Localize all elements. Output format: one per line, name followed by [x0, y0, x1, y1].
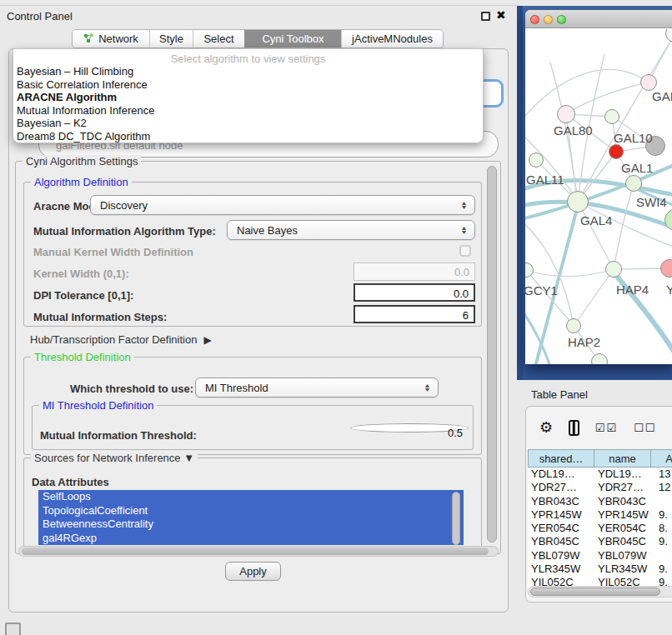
gear-icon[interactable]: ⚙ — [539, 418, 553, 437]
float-panel-icon[interactable] — [481, 12, 490, 21]
table-cell: 9. — [651, 562, 672, 576]
settings-vertical-scrollbar[interactable] — [487, 166, 497, 542]
settings-horizontal-scrollbar[interactable] — [18, 546, 499, 557]
table-cell: 12 — [651, 481, 672, 494]
dpi-tolerance-label: DPI Tolerance [0,1]: — [33, 289, 133, 302]
popup-item[interactable]: ARACNE Algorithm — [13, 91, 483, 104]
attribute-item[interactable]: SelfLoops — [38, 490, 464, 504]
zoom-traffic-light-icon[interactable] — [557, 15, 566, 24]
scrollbar-thumb[interactable] — [22, 548, 489, 555]
floating-panel-grip[interactable] — [5, 622, 21, 635]
manual-kernel-checkbox[interactable] — [459, 245, 471, 257]
apply-button[interactable]: Apply — [225, 562, 281, 581]
mi-steps-field[interactable]: 6 — [354, 305, 475, 323]
popup-item[interactable]: Bayesian – K2 — [13, 117, 483, 130]
network-node[interactable] — [604, 109, 619, 124]
which-threshold-combo[interactable]: MI Threshold ▲▼ — [195, 378, 439, 398]
minimize-traffic-light-icon[interactable] — [544, 15, 553, 24]
stepper-icon: ▲▼ — [461, 201, 467, 209]
network-node[interactable] — [529, 152, 544, 168]
network-node-label: GAL4 — [580, 213, 612, 228]
table-row[interactable]: YBL079WYBL079W — [528, 549, 672, 562]
table-row[interactable]: YBR045CYBR045C9. — [528, 535, 672, 548]
attribute-list-scrollbar[interactable] — [452, 492, 460, 545]
popup-item[interactable]: Mutual Information Inference — [13, 104, 483, 118]
data-attributes-list: SelfLoopsTopologicalCoefficientBetweenne… — [38, 490, 464, 547]
popup-item[interactable]: Basic Correlation Inference — [13, 78, 483, 92]
column-header-shared-name[interactable]: shared… — [528, 449, 594, 468]
network-node[interactable] — [640, 74, 657, 91]
close-traffic-light-icon[interactable] — [530, 15, 539, 24]
table-cell: YPR145W — [528, 508, 594, 522]
attribute-item[interactable]: gal4RGexp — [38, 532, 464, 546]
table-header-row: shared… name A — [528, 449, 672, 468]
mi-threshold-field[interactable]: 0.5 — [350, 423, 469, 432]
mi-type-label: Mutual Information Algorithm Type: — [33, 225, 216, 238]
threshold-definition-title: Threshold Definition — [31, 351, 134, 363]
network-node[interactable] — [605, 261, 622, 278]
deselect-all-checkboxes-icon[interactable]: ☐☐ — [634, 422, 656, 434]
table-row[interactable]: YDL19…YDL19…13 — [528, 468, 672, 481]
network-view-window[interactable]: GALGAL80GAL10GAL1GAL11SWI4GAL4GCY1HAP4YH… — [525, 10, 672, 364]
network-canvas[interactable]: GALGAL80GAL10GAL1GAL11SWI4GAL4GCY1HAP4YH… — [525, 29, 672, 364]
hub-definition-expander[interactable]: Hub/Transcription Factor Definition▶ — [30, 333, 212, 346]
column-header-name[interactable]: name — [594, 449, 651, 468]
table-cell: 8. — [651, 522, 672, 535]
tab-cyni-toolbox[interactable]: Cyni Toolbox — [244, 30, 341, 48]
close-panel-icon[interactable]: ✖ — [496, 8, 506, 22]
table-row[interactable]: YER054CYER054C8. — [528, 522, 672, 535]
data-attributes-label: Data Attributes — [32, 476, 109, 488]
table-row[interactable]: YPR145WYPR145W9. — [528, 508, 672, 522]
mi-threshold-label: Mutual Information Threshold: — [40, 429, 197, 442]
table-cell: YDL19… — [594, 468, 651, 481]
expander-arrow-icon: ▶ — [203, 334, 211, 346]
table-cell: 9. — [651, 535, 672, 548]
attribute-item[interactable]: BetweennessCentrality — [38, 518, 464, 532]
tab-network[interactable]: Network — [73, 30, 149, 48]
tab-select[interactable]: Select — [193, 30, 244, 48]
settings-group-title: Cyni Algorithm Settings — [23, 155, 141, 168]
network-node[interactable] — [557, 105, 575, 123]
scrollbar-thumb[interactable] — [530, 588, 660, 596]
table-cell: YER054C — [528, 522, 594, 535]
table-row[interactable]: YLR345WYLR345W9. — [528, 562, 672, 576]
algorithm-dropdown-popup: Select algorithm to view settings Bayesi… — [13, 48, 484, 143]
table-cell — [651, 495, 672, 508]
application-window: Control Panel ✖ Network Style Select Cyn… — [0, 0, 672, 635]
algorithm-definition-title: Algorithm Definition — [31, 176, 132, 188]
sources-group-title: Sources for Network Inference ▼ — [31, 452, 198, 464]
popup-item[interactable]: Dream8 DC_TDC Algorithm — [13, 130, 483, 143]
column-view-icon[interactable] — [569, 420, 579, 436]
network-node[interactable] — [567, 191, 589, 212]
select-all-checkboxes-icon[interactable]: ☑☑ — [595, 422, 618, 434]
panel-top-divider — [0, 5, 517, 6]
popup-item[interactable]: Bayesian – Hill Climbing — [13, 65, 483, 78]
mi-type-combo[interactable]: Naive Bayes ▲▼ — [227, 220, 475, 240]
table-horizontal-scrollbar[interactable] — [528, 586, 672, 598]
table-cell — [651, 549, 672, 562]
aracne-mode-combo[interactable]: Discovery ▲▼ — [90, 195, 475, 215]
network-node[interactable] — [609, 144, 624, 159]
tab-label: Cyni Toolbox — [262, 32, 323, 45]
column-header-partial[interactable]: A — [651, 449, 672, 468]
table-row[interactable]: YDR27…YDR27…12 — [528, 481, 672, 494]
table-cell: 13 — [651, 468, 672, 481]
tab-style[interactable]: Style — [149, 30, 193, 48]
network-window-titlebar[interactable] — [525, 10, 672, 28]
kernel-width-field[interactable]: 0.0 — [354, 262, 475, 281]
which-threshold-label: Which threshold to use: — [70, 382, 193, 395]
network-node-label: HAP4 — [616, 282, 649, 297]
network-node[interactable] — [625, 175, 642, 192]
network-node[interactable] — [591, 353, 608, 364]
tab-label: Network — [98, 32, 138, 45]
network-node-label: GAL — [652, 89, 672, 103]
dpi-tolerance-field[interactable]: 0.0 — [354, 283, 475, 302]
tab-label: jActiveMNodules — [352, 32, 433, 45]
network-node[interactable] — [566, 318, 581, 333]
node-table: shared… name A YDL19…YDL19…13YDR27…YDR27… — [528, 449, 672, 588]
tab-jactivemnodules[interactable]: jActiveMNodules — [341, 30, 443, 48]
table-row[interactable]: YBR043CYBR043C — [528, 495, 672, 508]
attribute-item[interactable]: TopologicalCoefficient — [38, 504, 464, 518]
table-cell: YBR043C — [528, 495, 594, 508]
table-cell: YBR045C — [528, 535, 594, 548]
